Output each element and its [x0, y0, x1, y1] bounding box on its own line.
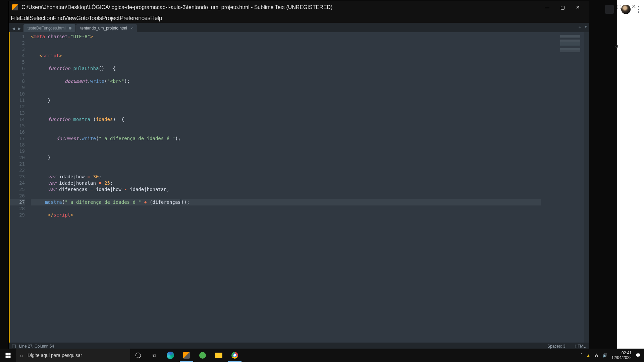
- maximize-button[interactable]: ▢: [555, 1, 570, 13]
- taskbar-search[interactable]: ⌕ Digite aqui para pesquisar: [16, 349, 130, 362]
- tray-chevron-up-icon[interactable]: ˄: [580, 353, 582, 358]
- tab-history-back-icon[interactable]: ◀: [12, 26, 15, 31]
- menu-help[interactable]: Help: [150, 14, 162, 22]
- code-line[interactable]: [31, 193, 541, 199]
- line-number[interactable]: 13: [10, 110, 25, 116]
- menu-view[interactable]: View: [64, 14, 76, 22]
- taskbar-app-icon[interactable]: [195, 349, 211, 362]
- status-indentation[interactable]: Spaces: 3: [547, 344, 565, 349]
- taskbar-sublime-icon[interactable]: [178, 349, 195, 362]
- line-number[interactable]: 29: [10, 212, 25, 218]
- line-number[interactable]: 11: [10, 97, 25, 104]
- code-line[interactable]: [31, 161, 541, 167]
- line-number[interactable]: 8: [10, 78, 25, 84]
- line-number[interactable]: 7: [10, 72, 25, 78]
- titlebar[interactable]: C:\Users\Jhonatan\Desktop\LÓGICA\logica-…: [9, 1, 589, 13]
- line-number[interactable]: 10: [10, 91, 25, 97]
- code-editor[interactable]: <meta charset="UTF-8"> <script> function…: [28, 32, 541, 343]
- code-line[interactable]: [31, 72, 541, 78]
- minimap[interactable]: [541, 32, 584, 343]
- line-number[interactable]: 22: [10, 167, 25, 174]
- code-line[interactable]: var idadejhow = 30;: [31, 174, 541, 180]
- code-line[interactable]: [31, 46, 541, 53]
- code-line[interactable]: <meta charset="UTF-8">: [31, 34, 541, 40]
- code-line[interactable]: [31, 110, 541, 116]
- menu-goto[interactable]: Goto: [76, 14, 89, 22]
- line-number[interactable]: 4: [10, 53, 25, 59]
- vertical-scrollbar[interactable]: [584, 32, 589, 343]
- tray-volume-icon[interactable]: 🔊: [602, 353, 607, 358]
- bg-close-icon[interactable]: ✕: [632, 3, 636, 10]
- tray-onedrive-icon[interactable]: ▲: [586, 353, 590, 358]
- menu-find[interactable]: Find: [53, 14, 64, 22]
- line-number[interactable]: 27: [10, 199, 25, 205]
- line-number[interactable]: 14: [10, 116, 25, 123]
- menu-file[interactable]: File: [11, 14, 20, 22]
- line-number[interactable]: 15: [10, 123, 25, 129]
- tab-history-forward-icon[interactable]: ▶: [18, 26, 21, 31]
- line-number-gutter[interactable]: 1234567891011121314151617181920212223242…: [10, 32, 28, 343]
- close-button[interactable]: ✕: [570, 1, 586, 13]
- tray-clock[interactable]: 02:41 12/04/2022: [611, 351, 632, 360]
- menu-preferences[interactable]: Preferences: [119, 14, 150, 22]
- line-number[interactable]: 6: [10, 65, 25, 72]
- status-cursor-position[interactable]: Line 27, Column 54: [19, 344, 54, 349]
- code-line[interactable]: [31, 84, 541, 91]
- status-syntax[interactable]: HTML: [575, 344, 586, 349]
- code-line[interactable]: function mostra (idades) {: [31, 116, 541, 123]
- line-number[interactable]: 20: [10, 155, 25, 161]
- line-number[interactable]: 23: [10, 174, 25, 180]
- code-line[interactable]: function pulaLinha() {: [31, 65, 541, 72]
- taskbar-explorer-icon[interactable]: [211, 349, 227, 362]
- tab-dropdown-icon[interactable]: ▾: [585, 24, 587, 30]
- code-line[interactable]: }: [31, 155, 541, 161]
- line-number[interactable]: 16: [10, 129, 25, 135]
- minimize-button[interactable]: —: [539, 1, 555, 13]
- tray-notifications-icon[interactable]: 💬: [636, 353, 641, 358]
- code-line[interactable]: [31, 59, 541, 65]
- system-tray[interactable]: ˄ ▲ 🖧 🔊 02:41 12/04/2022 💬: [577, 351, 644, 360]
- task-view-button[interactable]: [130, 349, 146, 362]
- line-number[interactable]: 3: [10, 46, 25, 53]
- line-number[interactable]: 26: [10, 193, 25, 199]
- code-line[interactable]: [31, 91, 541, 97]
- code-line[interactable]: }: [31, 97, 541, 104]
- line-number[interactable]: 25: [10, 186, 25, 193]
- browser-panel-toggle-icon[interactable]: [605, 5, 614, 14]
- code-line[interactable]: [31, 205, 541, 212]
- code-line[interactable]: document.write("<br>");: [31, 78, 541, 84]
- line-number[interactable]: 1: [10, 34, 25, 40]
- code-line[interactable]: var diferenças = idadejhow - idadejhonat…: [31, 186, 541, 193]
- line-number[interactable]: 19: [10, 148, 25, 155]
- menu-tools[interactable]: Tools: [89, 14, 102, 22]
- start-button[interactable]: [0, 349, 16, 362]
- tab-tentando_um_projeto-html[interactable]: tentando_um_projeto.html×: [76, 24, 137, 32]
- code-line[interactable]: [31, 104, 541, 110]
- bg-maximize-icon[interactable]: ▢: [616, 3, 622, 10]
- line-number[interactable]: 28: [10, 205, 25, 212]
- code-line[interactable]: <script>: [31, 53, 541, 59]
- code-line[interactable]: var idadejhonatan = 25;: [31, 180, 541, 186]
- line-number[interactable]: 24: [10, 180, 25, 186]
- tab-testeDeFun-oes-html[interactable]: testeDeFunçoes.html: [23, 24, 75, 32]
- code-line[interactable]: [31, 123, 541, 129]
- menu-edit[interactable]: Edit: [20, 14, 30, 22]
- line-number[interactable]: 17: [10, 135, 25, 142]
- line-number[interactable]: 12: [10, 104, 25, 110]
- tab-close-icon[interactable]: ×: [130, 26, 133, 31]
- code-line[interactable]: [31, 129, 541, 135]
- line-number[interactable]: 21: [10, 161, 25, 167]
- line-number[interactable]: 9: [10, 84, 25, 91]
- tray-network-icon[interactable]: 🖧: [594, 353, 598, 358]
- menu-selection[interactable]: Selection: [30, 14, 53, 22]
- code-line[interactable]: </script>: [31, 212, 541, 218]
- line-number[interactable]: 18: [10, 142, 25, 148]
- taskbar-cortana-icon[interactable]: ⧉: [146, 349, 162, 362]
- new-tab-icon[interactable]: ＋: [578, 24, 582, 30]
- taskbar-chrome-icon[interactable]: [227, 349, 243, 362]
- code-line[interactable]: [31, 148, 541, 155]
- code-line[interactable]: [31, 167, 541, 174]
- line-number[interactable]: 2: [10, 40, 25, 46]
- menu-project[interactable]: Project: [102, 14, 120, 22]
- code-line[interactable]: mostra(" a diferença de idades é " + (di…: [31, 199, 541, 205]
